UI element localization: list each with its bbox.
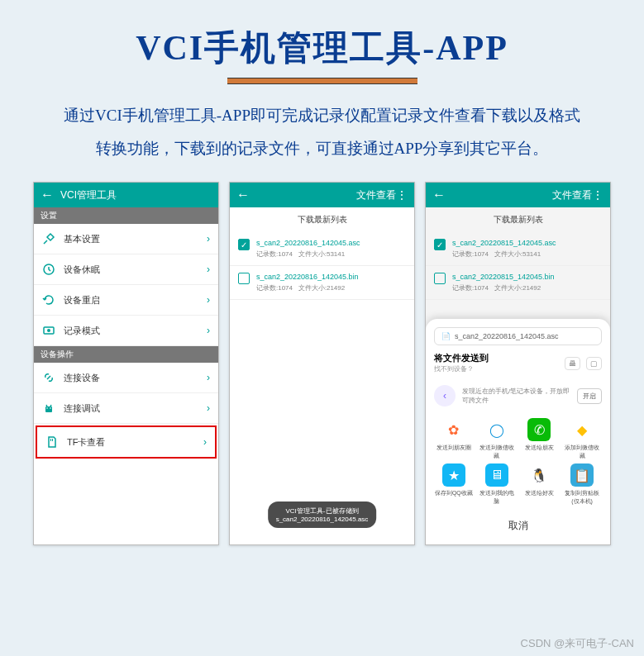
tools-icon — [42, 232, 55, 245]
menu-item-connect-device[interactable]: 连接设备 › — [34, 363, 218, 393]
share-app[interactable]: ◯发送到微信收藏 — [477, 418, 517, 460]
app-label: 保存到QQ收藏 — [434, 489, 474, 497]
open-button[interactable]: 开启 — [577, 388, 602, 404]
menu-list-2: 连接设备 › 连接调试 › TF卡查看 › — [34, 363, 218, 459]
svg-rect-6 — [50, 439, 51, 441]
menu-label: 连接调试 — [64, 402, 207, 415]
app-label: 复制到剪贴板(仅本机) — [562, 489, 602, 506]
toast-line: s_can2_20220816_142045.asc — [276, 516, 369, 523]
link-icon — [42, 371, 55, 384]
menu-item-device-restart[interactable]: 设备重启 › — [34, 285, 218, 316]
chevron-right-icon: › — [207, 372, 210, 383]
app-label: 发送到微信收藏 — [477, 444, 517, 460]
menu-item-tf-card[interactable]: TF卡查看 › — [37, 427, 215, 457]
more-icon[interactable]: ⋮ — [396, 188, 408, 202]
chevron-right-icon: › — [207, 264, 210, 275]
nearby-icon: ‹ — [434, 385, 456, 406]
phone-1-settings: ← VCI管理工具 设置 基本设置 › 设备休眠 › 设备重启 › — [33, 182, 219, 545]
share-prompt-row: 将文件发送到 找不到设备？ 🖶 ▢ — [434, 352, 602, 373]
section-header: 设备操作 — [34, 346, 218, 363]
svg-rect-7 — [52, 439, 53, 441]
back-icon[interactable]: ← — [236, 188, 250, 202]
chevron-right-icon: › — [207, 294, 210, 306]
section-header: 设置 — [34, 207, 218, 224]
menu-label: 记录模式 — [64, 325, 207, 337]
screen-icon[interactable]: ▢ — [586, 357, 602, 370]
description-text: 通过VCI手机管理工具-APP即可完成记录仪配置记录文件查看下载以及格式转换功能… — [33, 99, 611, 165]
menu-item-connect-debug[interactable]: 连接调试 › — [34, 393, 218, 424]
back-icon[interactable]: ← — [41, 188, 54, 202]
file-records: 记录数:1074 — [452, 250, 489, 258]
share-prompt-title: 将文件发送到 — [434, 352, 489, 364]
checkbox-icon[interactable]: ✓ — [238, 239, 250, 250]
chevron-right-icon: › — [207, 233, 210, 245]
back-icon[interactable]: ← — [432, 188, 446, 202]
share-app[interactable]: ✆发送给朋友 — [520, 418, 560, 460]
file-name: s_can2_20220815_142045.asc — [452, 237, 602, 249]
share-app[interactable]: 🐧发送给好友 — [520, 463, 560, 506]
checkbox-icon[interactable] — [238, 273, 250, 284]
share-app[interactable]: ★保存到QQ收藏 — [434, 463, 474, 506]
phone-3-share-sheet: ← 文件查看 ⋮ 下载最新列表 ✓ s_can2_20220815_142045… — [425, 182, 611, 545]
file-info: s_can2_20220815_142045.bin 记录数:1074 文件大小… — [452, 271, 602, 294]
checkbox-icon[interactable] — [434, 273, 446, 284]
title-underline — [227, 78, 417, 84]
moments-icon: ✿ — [442, 418, 465, 441]
highlight-box: TF卡查看 › — [36, 425, 217, 459]
file-size: 文件大小:53141 — [298, 250, 345, 258]
share-file-tag: 📄 s_can2_20220816_142045.asc — [434, 327, 602, 345]
app-label: 发送到我的电脑 — [477, 489, 517, 506]
more-icon[interactable]: ⋮ — [592, 188, 603, 202]
menu-label: 设备重启 — [64, 294, 207, 307]
file-records: 记录数:1074 — [256, 250, 293, 258]
file-row[interactable]: s_can2_20220815_142045.bin 记录数:1074 文件大小… — [426, 266, 610, 300]
file-icon: 📄 — [441, 332, 451, 340]
share-app[interactable]: 🖥发送到我的电脑 — [477, 463, 517, 506]
checkbox-icon[interactable]: ✓ — [434, 239, 446, 250]
record-icon — [42, 324, 55, 337]
file-row[interactable]: s_can2_20220816_142045.bin 记录数:1074 文件大小… — [230, 266, 414, 300]
page-title: VCI手机管理工具-APP — [33, 25, 611, 71]
menu-item-device-sleep[interactable]: 设备休眠 › — [34, 254, 218, 285]
file-info: s_can2_20220815_142045.asc 记录数:1074 文件大小… — [452, 237, 602, 260]
toast-message: VCI管理工具-已被存储到 s_can2_20220816_142045.asc — [268, 502, 377, 528]
menu-label: 设备休眠 — [64, 264, 207, 276]
file-records: 记录数:1074 — [452, 284, 489, 292]
print-icon[interactable]: 🖶 — [565, 357, 580, 370]
toast-line: VCI管理工具-已被存储到 — [276, 506, 369, 516]
file-records: 记录数:1074 — [256, 284, 293, 292]
android-icon — [42, 402, 55, 415]
share-app[interactable]: ✿发送到朋友圈 — [434, 418, 474, 460]
chevron-right-icon: › — [207, 402, 210, 414]
topbar: ← 文件查看 ⋮ — [230, 183, 414, 207]
menu-item-basic-settings[interactable]: 基本设置 › — [34, 224, 218, 254]
share-app[interactable]: 📋复制到剪贴板(仅本机) — [562, 463, 602, 506]
share-app[interactable]: ◆添加到微信收藏 — [562, 418, 602, 460]
send-pc-icon: 🖥 — [485, 463, 508, 487]
menu-label: 连接设备 — [64, 372, 207, 384]
svg-point-2 — [47, 329, 50, 332]
file-row[interactable]: ✓ s_can2_20220816_142045.asc 记录数:1074 文件… — [230, 232, 414, 266]
clock-icon — [42, 263, 55, 276]
app-label: 添加到微信收藏 — [562, 444, 602, 460]
menu-item-record-mode[interactable]: 记录模式 › — [34, 316, 218, 346]
file-size: 文件大小:21492 — [494, 284, 541, 292]
menu-label: 基本设置 — [64, 233, 207, 245]
topbar-title: 文件查看 — [452, 188, 592, 202]
topbar-title: 文件查看 — [256, 188, 396, 202]
sdcard-icon — [45, 435, 59, 449]
file-info: s_can2_20220816_142045.bin 记录数:1074 文件大小… — [256, 271, 406, 294]
file-info: s_can2_20220816_142045.asc 记录数:1074 文件大小… — [256, 237, 406, 260]
cancel-button[interactable]: 取消 — [434, 511, 602, 536]
share-filename: s_can2_20220816_142045.asc — [455, 332, 559, 340]
phone-screenshots-row: ← VCI管理工具 设置 基本设置 › 设备休眠 › 设备重启 › — [33, 182, 611, 545]
nearby-hint: ‹ 发现近在的手机/笔记本设备，开放即可跨文件 开启 — [434, 378, 602, 413]
file-size: 文件大小:53141 — [494, 250, 541, 258]
refresh-icon — [42, 293, 55, 307]
chevron-right-icon: › — [207, 325, 210, 336]
wechat-fav-icon: ◯ — [485, 418, 508, 441]
file-row[interactable]: ✓ s_can2_20220815_142045.asc 记录数:1074 文件… — [426, 232, 610, 266]
device-icons: 🖶 ▢ — [561, 359, 602, 368]
qq-icon: 🐧 — [527, 463, 551, 487]
share-prompt-sub[interactable]: 找不到设备？ — [434, 364, 489, 373]
